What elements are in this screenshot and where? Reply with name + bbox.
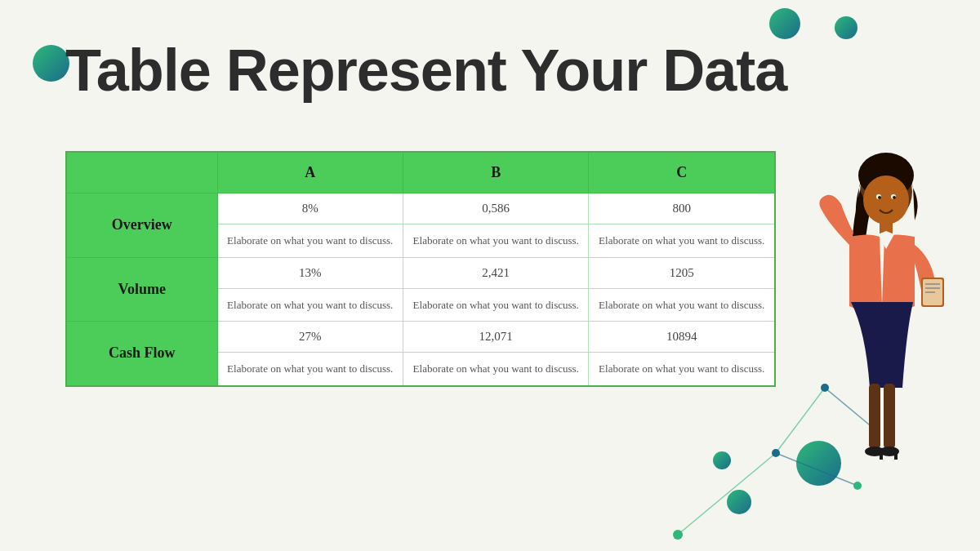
decorative-circle-br2 <box>727 490 751 514</box>
page-title: Table Represent Your Data <box>65 37 786 104</box>
table-row: Volume 13% 2,421 1205 <box>66 257 775 288</box>
svg-point-11 <box>863 176 909 224</box>
volume-a-number: 13% <box>217 257 403 288</box>
table-row: Cash Flow 27% 12,071 10894 <box>66 322 775 353</box>
overview-a-number: 8% <box>217 193 403 224</box>
table-header-c: C <box>589 152 775 193</box>
svg-rect-23 <box>894 450 898 460</box>
data-table-container: A B C Overview 8% 0,586 800 Elaborate on… <box>65 151 776 387</box>
svg-rect-19 <box>884 384 895 449</box>
volume-c-text: Elaborate on what you want to discuss. <box>589 288 775 322</box>
cashflow-c-text: Elaborate on what you want to discuss. <box>589 353 775 386</box>
row-label-cashflow: Cash Flow <box>66 322 217 386</box>
cashflow-b-text: Elaborate on what you want to discuss. <box>403 353 588 386</box>
volume-c-number: 1205 <box>589 257 775 288</box>
overview-c-number: 800 <box>589 193 775 224</box>
svg-rect-18 <box>869 384 880 449</box>
svg-point-26 <box>878 196 881 199</box>
overview-c-text: Elaborate on what you want to discuss. <box>589 224 775 258</box>
table-header-b: B <box>403 152 588 193</box>
decorative-circle-br3 <box>713 451 731 469</box>
table-header-a: A <box>217 152 403 193</box>
svg-point-5 <box>772 449 780 457</box>
volume-b-text: Elaborate on what you want to discuss. <box>403 288 588 322</box>
cashflow-b-number: 12,071 <box>403 322 588 353</box>
volume-b-number: 2,421 <box>403 257 588 288</box>
decorative-circle-tr2 <box>835 16 858 39</box>
cashflow-c-number: 10894 <box>589 322 775 353</box>
data-table: A B C Overview 8% 0,586 800 Elaborate on… <box>65 151 776 387</box>
row-label-overview: Overview <box>66 193 217 258</box>
volume-a-text: Elaborate on what you want to discuss. <box>217 288 403 322</box>
cashflow-a-number: 27% <box>217 322 403 353</box>
decorative-circle-tr1 <box>769 8 800 39</box>
svg-point-4 <box>673 530 683 540</box>
svg-rect-22 <box>880 450 883 460</box>
row-label-volume: Volume <box>66 257 217 322</box>
decorative-circle-tl <box>33 45 69 82</box>
cashflow-a-text: Elaborate on what you want to discuss. <box>217 353 403 386</box>
overview-b-text: Elaborate on what you want to discuss. <box>403 224 588 258</box>
table-header-row: A B C <box>66 152 775 193</box>
svg-point-27 <box>893 196 896 199</box>
table-row: Overview 8% 0,586 800 <box>66 193 775 224</box>
presenter-figure <box>800 143 964 551</box>
overview-b-number: 0,586 <box>403 193 588 224</box>
overview-a-text: Elaborate on what you want to discuss. <box>217 224 403 258</box>
table-header-empty <box>66 152 217 193</box>
